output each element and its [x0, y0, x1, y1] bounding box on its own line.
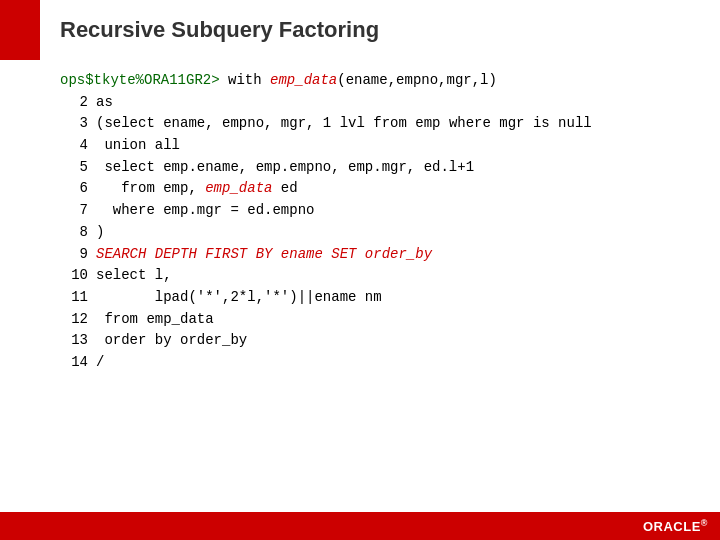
code-prompt-text: ops$tkyte%ORA11GR2>: [60, 70, 228, 92]
page-title: Recursive Subquery Factoring: [60, 17, 379, 43]
code-line-4: 4 union all: [60, 135, 700, 157]
code-line-8: 8 ): [60, 222, 700, 244]
code-line-6: 6 from emp, emp_data ed: [60, 178, 700, 200]
code-line-10: 10 select l,: [60, 265, 700, 287]
code-line-12: 12 from emp_data: [60, 309, 700, 331]
title-area: Recursive Subquery Factoring: [0, 0, 720, 60]
code-line-prompt: ops$tkyte%ORA11GR2> with emp_data(ename,…: [60, 70, 700, 92]
oracle-logo: ORACLE®: [643, 518, 708, 534]
code-line-14: 14 /: [60, 352, 700, 374]
code-line-11: 11 lpad('*',2*l,'*')||ename nm: [60, 287, 700, 309]
code-line-5: 5 select emp.ename, emp.empno, emp.mgr, …: [60, 157, 700, 179]
red-accent-bar: [0, 0, 40, 60]
content-area: ops$tkyte%ORA11GR2> with emp_data(ename,…: [0, 60, 720, 384]
code-line-13: 13 order by order_by: [60, 330, 700, 352]
bottom-bar: ORACLE®: [0, 512, 720, 540]
code-line-9: 9 SEARCH DEPTH FIRST BY ename SET order_…: [60, 244, 700, 266]
code-line-2: 2 as: [60, 92, 700, 114]
code-line-7: 7 where emp.mgr = ed.empno: [60, 200, 700, 222]
code-line-3: 3 (select ename, empno, mgr, 1 lvl from …: [60, 113, 700, 135]
code-block: ops$tkyte%ORA11GR2> with emp_data(ename,…: [60, 70, 700, 374]
